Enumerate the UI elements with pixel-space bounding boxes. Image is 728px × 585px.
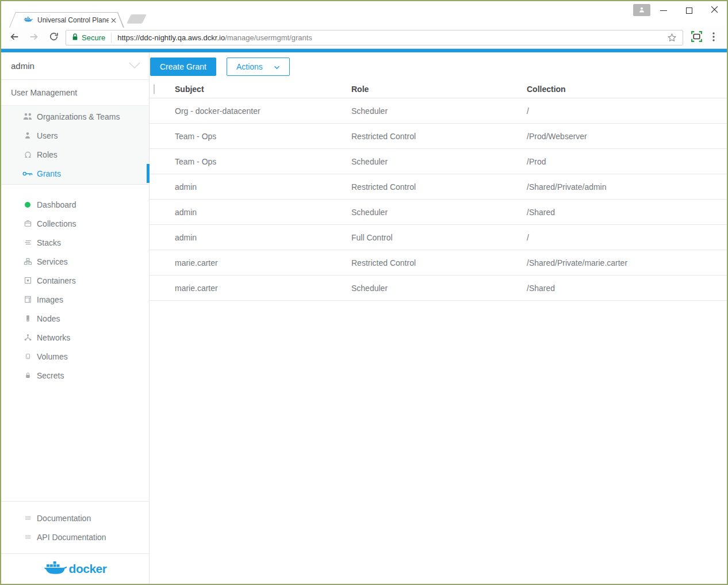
reload-button[interactable] (44, 29, 63, 47)
url-bar[interactable]: Secure https://ddc-nightly.qa.aws.dckr.i… (66, 30, 683, 45)
url-path: /manage/usermgmt/grants (225, 33, 312, 42)
cell-collection: / (527, 106, 727, 116)
sidebar-item-networks[interactable]: Networks (1, 328, 149, 347)
sidebar-item-label: Dashboard (37, 200, 76, 209)
sidebar-item-label: Services (37, 257, 68, 266)
chevron-down-icon (274, 62, 280, 71)
bookmark-star-button[interactable] (665, 32, 678, 44)
new-tab-button[interactable] (127, 14, 147, 24)
sidebar-item-secrets[interactable]: Secrets (1, 366, 149, 385)
sidebar-item-services[interactable]: Services (1, 252, 149, 271)
url-text: https://ddc-nightly.qa.aws.dckr.io/manag… (117, 33, 312, 42)
table-row[interactable]: marie.carter Restricted Control /Shared/… (150, 250, 727, 276)
cell-role: Scheduler (351, 284, 527, 293)
sidebar-item-label: Stacks (37, 238, 61, 247)
sidebar-item-nodes[interactable]: Nodes (1, 309, 149, 328)
actions-dropdown-button[interactable]: Actions (227, 58, 290, 76)
images-icon (22, 295, 33, 304)
sidebar-item-label: Images (37, 295, 63, 304)
sidebar-item-api-documentation[interactable]: API Documentation (1, 527, 149, 546)
sidebar-item-organizations-teams[interactable]: Organizations & Teams (1, 107, 149, 126)
extension-button[interactable] (688, 29, 705, 47)
sidebar-item-users[interactable]: Users (1, 126, 149, 145)
cell-role: Full Control (351, 233, 527, 242)
create-grant-button[interactable]: Create Grant (150, 58, 216, 76)
lock-icon (72, 33, 78, 43)
account-dropdown[interactable]: admin (1, 52, 149, 80)
table-row[interactable]: Team - Ops Scheduler /Prod (150, 149, 727, 174)
sidebar-item-grants[interactable]: Grants (1, 164, 149, 183)
titlebar: Universal Control Plane (1, 1, 727, 27)
main-content: Create Grant Actions Subject Role Collec… (150, 52, 727, 584)
roles-icon (22, 150, 33, 159)
select-all-checkbox[interactable] (154, 84, 155, 94)
table-row[interactable]: admin Restricted Control /Shared/Private… (150, 174, 727, 200)
chevron-down-icon (128, 61, 141, 71)
sidebar-item-label: Grants (37, 169, 61, 178)
back-button[interactable] (5, 29, 24, 47)
maximize-button[interactable] (676, 1, 702, 20)
sidebar-item-roles[interactable]: Roles (1, 145, 149, 164)
close-button[interactable] (702, 1, 727, 20)
maximize-icon (686, 7, 692, 14)
column-header-role: Role (351, 85, 527, 94)
sidebar-item-containers[interactable]: Containers (1, 271, 149, 290)
cell-subject: Org - docker-datacenter (175, 106, 351, 116)
section-title: User Management (1, 80, 149, 105)
sidebar-item-dashboard[interactable]: Dashboard (1, 195, 149, 214)
sidebar: admin User Management Organizations & Te… (1, 52, 150, 584)
secure-badge[interactable]: Secure (72, 33, 105, 43)
docker-logo[interactable]: docker (1, 553, 149, 584)
screen-capture-extension-icon (691, 30, 703, 45)
docker-logo-text: docker (69, 562, 107, 576)
table-row[interactable]: Org - docker-datacenter Scheduler / (150, 98, 727, 124)
table-row[interactable]: admin Scheduler /Shared (150, 200, 727, 225)
table-row[interactable]: admin Full Control / (150, 225, 727, 250)
user-icon (22, 131, 33, 140)
column-header-collection: Collection (527, 85, 727, 94)
grants-table: Subject Role Collection Org - docker-dat… (150, 81, 727, 301)
browser-window: Universal Control Plane (0, 0, 728, 585)
browser-toolbar: Secure https://ddc-nightly.qa.aws.dckr.i… (1, 27, 727, 49)
sidebar-item-label: Volumes (37, 352, 68, 361)
profile-avatar-button[interactable] (633, 4, 650, 16)
sidebar-item-label: Roles (37, 150, 58, 159)
networks-icon (22, 333, 33, 342)
doc-lines-icon (22, 514, 33, 523)
cell-subject: marie.carter (175, 258, 351, 267)
stacks-icon (22, 238, 33, 247)
back-icon (9, 32, 20, 44)
cell-subject: marie.carter (175, 284, 351, 293)
sidebar-item-volumes[interactable]: Volumes (1, 347, 149, 366)
forward-button[interactable] (24, 29, 44, 47)
kebab-menu-icon (712, 32, 715, 44)
tab-close-icon[interactable] (109, 16, 118, 25)
sidebar-item-collections[interactable]: Collections (1, 214, 149, 233)
browser-tab[interactable]: Universal Control Plane (9, 12, 124, 28)
url-domain: https://ddc-nightly.qa.aws.dckr.io (117, 33, 225, 42)
key-icon (22, 169, 33, 178)
minimize-button[interactable] (651, 1, 676, 20)
sidebar-item-images[interactable]: Images (1, 290, 149, 309)
cell-collection: / (527, 233, 727, 242)
nodes-icon (22, 314, 33, 323)
cell-role: Scheduler (351, 208, 527, 217)
forward-icon (29, 32, 39, 44)
actions-label: Actions (236, 62, 263, 71)
volumes-icon (22, 352, 33, 361)
account-name: admin (11, 61, 35, 71)
reload-icon (49, 32, 59, 44)
sidebar-item-label: Networks (37, 333, 70, 342)
table-row[interactable]: marie.carter Scheduler /Shared (150, 276, 727, 301)
table-row[interactable]: Team - Ops Restricted Control /Prod/Webs… (150, 124, 727, 149)
cell-subject: Team - Ops (175, 157, 351, 166)
cell-collection: /Prod (527, 157, 727, 166)
chrome-menu-button[interactable] (705, 29, 722, 47)
sidebar-item-stacks[interactable]: Stacks (1, 233, 149, 252)
cell-collection: /Shared/Private/marie.carter (527, 258, 727, 267)
sidebar-item-documentation[interactable]: Documentation (1, 508, 149, 527)
table-header-row: Subject Role Collection (150, 81, 727, 98)
star-icon (667, 33, 677, 43)
cell-subject: admin (175, 182, 351, 192)
main-navigation: Dashboard Collections Stacks (1, 195, 149, 385)
